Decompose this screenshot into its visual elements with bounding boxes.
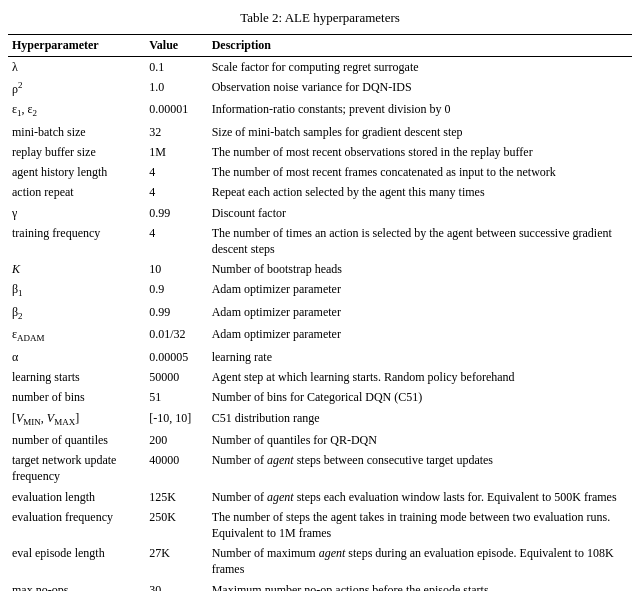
desc-cell: Maximum number no-op actions before the … — [208, 580, 632, 591]
table-row: evaluation length125KNumber of agent ste… — [8, 487, 632, 507]
value-cell: 125K — [145, 487, 207, 507]
param-cell: α — [8, 347, 145, 367]
table-row: ρ21.0Observation noise variance for DQN-… — [8, 77, 632, 99]
desc-cell: Adam optimizer parameter — [208, 302, 632, 325]
desc-cell: The number of times an action is selecte… — [208, 223, 632, 259]
header-hyperparameter: Hyperparameter — [8, 35, 145, 57]
table-row: learning starts50000Agent step at which … — [8, 367, 632, 387]
param-cell: replay buffer size — [8, 142, 145, 162]
table-row: replay buffer size1MThe number of most r… — [8, 142, 632, 162]
value-cell: 10 — [145, 259, 207, 279]
table-row: λ0.1Scale factor for computing regret su… — [8, 57, 632, 78]
table-row: mini-batch size32Size of mini-batch samp… — [8, 122, 632, 142]
desc-cell: Discount factor — [208, 203, 632, 223]
desc-cell: Adam optimizer parameter — [208, 324, 632, 347]
param-cell: [VMIN, VMAX] — [8, 408, 145, 431]
table-row: eval episode length27KNumber of maximum … — [8, 543, 632, 579]
desc-cell: The number of steps the agent takes in t… — [208, 507, 632, 543]
param-cell: β2 — [8, 302, 145, 325]
desc-cell: Number of agent steps each evaluation wi… — [208, 487, 632, 507]
table-row: εADAM0.01/32Adam optimizer parameter — [8, 324, 632, 347]
param-cell: evaluation frequency — [8, 507, 145, 543]
desc-cell: The number of most recent frames concate… — [208, 162, 632, 182]
desc-cell: Adam optimizer parameter — [208, 279, 632, 302]
value-cell: 0.9 — [145, 279, 207, 302]
param-cell: ρ2 — [8, 77, 145, 99]
param-cell: λ — [8, 57, 145, 78]
table-row: number of bins51Number of bins for Categ… — [8, 387, 632, 407]
param-cell: number of bins — [8, 387, 145, 407]
table-row: agent history length4The number of most … — [8, 162, 632, 182]
value-cell: 0.1 — [145, 57, 207, 78]
table-row: β20.99Adam optimizer parameter — [8, 302, 632, 325]
param-cell: ε1, ε2 — [8, 99, 145, 122]
table-row: [VMIN, VMAX][-10, 10]C51 distribution ra… — [8, 408, 632, 431]
table-row: training frequency4The number of times a… — [8, 223, 632, 259]
value-cell: 0.99 — [145, 203, 207, 223]
value-cell: 30 — [145, 580, 207, 591]
desc-cell: learning rate — [208, 347, 632, 367]
table-row: target network update frequency40000Numb… — [8, 450, 632, 486]
table-row: max no-ops30Maximum number no-op actions… — [8, 580, 632, 591]
param-cell: number of quantiles — [8, 430, 145, 450]
param-cell: β1 — [8, 279, 145, 302]
value-cell: 4 — [145, 162, 207, 182]
desc-cell: Number of quantiles for QR-DQN — [208, 430, 632, 450]
desc-cell: Size of mini-batch samples for gradient … — [208, 122, 632, 142]
table-row: ε1, ε20.00001Information-ratio constants… — [8, 99, 632, 122]
value-cell: 200 — [145, 430, 207, 450]
param-cell: γ — [8, 203, 145, 223]
table-row: number of quantiles200Number of quantile… — [8, 430, 632, 450]
desc-cell: Information-ratio constants; prevent div… — [208, 99, 632, 122]
desc-cell: Number of maximum agent steps during an … — [208, 543, 632, 579]
param-cell: mini-batch size — [8, 122, 145, 142]
param-cell: max no-ops — [8, 580, 145, 591]
table-header-row: Hyperparameter Value Description — [8, 35, 632, 57]
header-description: Description — [208, 35, 632, 57]
param-cell: K — [8, 259, 145, 279]
desc-cell: Number of bootstrap heads — [208, 259, 632, 279]
value-cell: 0.01/32 — [145, 324, 207, 347]
value-cell: 250K — [145, 507, 207, 543]
desc-cell: The number of most recent observations s… — [208, 142, 632, 162]
param-cell: action repeat — [8, 182, 145, 202]
value-cell: 4 — [145, 223, 207, 259]
desc-cell: Number of bins for Categorical DQN (C51) — [208, 387, 632, 407]
value-cell: [-10, 10] — [145, 408, 207, 431]
table-row: α0.00005learning rate — [8, 347, 632, 367]
param-cell: training frequency — [8, 223, 145, 259]
value-cell: 1M — [145, 142, 207, 162]
param-cell: eval episode length — [8, 543, 145, 579]
value-cell: 51 — [145, 387, 207, 407]
value-cell: 0.99 — [145, 302, 207, 325]
desc-cell: Repeat each action selected by the agent… — [208, 182, 632, 202]
table-row: action repeat4Repeat each action selecte… — [8, 182, 632, 202]
value-cell: 4 — [145, 182, 207, 202]
param-cell: learning starts — [8, 367, 145, 387]
param-cell: agent history length — [8, 162, 145, 182]
desc-cell: Observation noise variance for DQN-IDS — [208, 77, 632, 99]
desc-cell: Scale factor for computing regret surrog… — [208, 57, 632, 78]
desc-cell: Agent step at which learning starts. Ran… — [208, 367, 632, 387]
value-cell: 50000 — [145, 367, 207, 387]
header-value: Value — [145, 35, 207, 57]
value-cell: 27K — [145, 543, 207, 579]
table-row: β10.9Adam optimizer parameter — [8, 279, 632, 302]
param-cell: evaluation length — [8, 487, 145, 507]
param-cell: target network update frequency — [8, 450, 145, 486]
table-row: K10Number of bootstrap heads — [8, 259, 632, 279]
desc-cell: C51 distribution range — [208, 408, 632, 431]
hyperparameter-table: Hyperparameter Value Description λ0.1Sca… — [8, 34, 632, 591]
value-cell: 0.00005 — [145, 347, 207, 367]
value-cell: 40000 — [145, 450, 207, 486]
value-cell: 1.0 — [145, 77, 207, 99]
desc-cell: Number of agent steps between consecutiv… — [208, 450, 632, 486]
param-cell: εADAM — [8, 324, 145, 347]
table-title: Table 2: ALE hyperparameters — [8, 10, 632, 26]
value-cell: 0.00001 — [145, 99, 207, 122]
table-row: γ0.99Discount factor — [8, 203, 632, 223]
value-cell: 32 — [145, 122, 207, 142]
table-row: evaluation frequency250KThe number of st… — [8, 507, 632, 543]
